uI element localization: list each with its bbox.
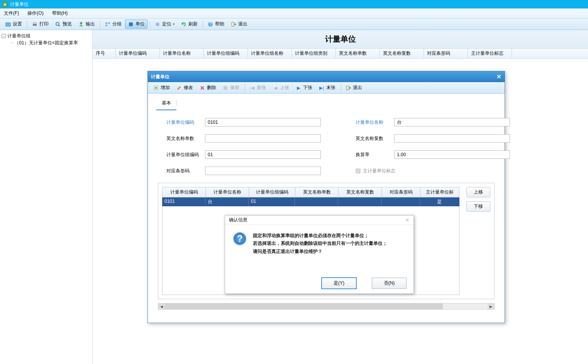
window-title: 计量单位 (10, 1, 29, 8)
yes-button[interactable]: 是(Y) (322, 278, 356, 289)
svg-rect-8 (105, 25, 107, 26)
code-label: 计量单位编码 (166, 119, 205, 126)
col-ens[interactable]: 英文名称单数 (336, 49, 380, 58)
scroll-thumb[interactable] (165, 303, 443, 309)
move-down-button[interactable]: 下移 (466, 201, 490, 212)
col-barcode[interactable]: 对应条形码 (424, 49, 468, 58)
enp-label: 英文名称复数 (356, 135, 394, 142)
svg-line-4 (59, 25, 60, 26)
app-icon: ▦ (2, 2, 8, 7)
preview-button[interactable]: 预览 (52, 20, 75, 29)
confirm-title: 确认信息 (229, 217, 247, 223)
locate-button[interactable]: 定位▾ (152, 20, 177, 29)
col-grpcode[interactable]: 计量单位组编码 (204, 49, 248, 58)
refresh-button[interactable]: 刷新 (178, 20, 200, 29)
first-button: |◀首张 (246, 83, 269, 92)
first-icon: |◀ (249, 85, 255, 91)
grid-header: 序号 计量单位编码 计量单位名称 计量单位组编码 计量单位组名称 计量单位组类别… (93, 49, 588, 59)
col-grptype[interactable]: 计量单位组类别 (292, 49, 336, 58)
confirm-message: 固定和浮动换算率组的计量单位必须存在两个计量单位； 若选择退出，系统则自动删除该… (253, 232, 387, 255)
tree-root[interactable]: − 计量单位组 (2, 32, 91, 40)
name-input[interactable] (394, 118, 510, 126)
save-icon (222, 85, 229, 91)
barcode-input[interactable] (205, 167, 321, 175)
code-input[interactable] (205, 118, 321, 126)
exit-button[interactable]: 退出 (228, 20, 250, 29)
collapse-icon[interactable]: − (2, 34, 6, 38)
pencil-icon (176, 85, 182, 91)
next-icon: ▶ (295, 85, 302, 91)
table-row[interactable]: 0101 台 01 是 (162, 197, 459, 206)
page-title: 计量单位 (93, 30, 588, 49)
save-button: 保存 (220, 83, 242, 92)
help-button[interactable]: ?帮助 (205, 20, 227, 29)
dialog-title: 计量单位 (151, 74, 169, 80)
dialog-toolbar: 增加 修改 删除 保存 |◀首张 ◀上张 ▶下张 ▶|末张 退出 (148, 82, 505, 94)
tree-pane: − 计量单位组 ┈ （01）无计量单位<固定换算率 (0, 30, 93, 364)
col-index[interactable]: 序号 (93, 49, 116, 58)
svg-rect-2 (34, 22, 36, 24)
col-grpname[interactable]: 计量单位组名称 (248, 49, 292, 58)
scroll-right-icon[interactable]: ▶ (488, 303, 494, 309)
delete-icon (199, 85, 205, 91)
refresh-icon (181, 21, 187, 27)
col-enp[interactable]: 英文名称复数 (380, 49, 424, 58)
dialog-exit-button[interactable]: 退出 (342, 83, 365, 92)
next-button[interactable]: ▶下张 (293, 83, 315, 92)
col-mainflag[interactable]: 主计量单位标志 (468, 49, 512, 58)
svg-rect-5 (80, 25, 83, 26)
mainflag-checkbox: 主计量单位标志 (356, 168, 510, 174)
window-titlebar: ▦ 计量单位 (0, 0, 588, 8)
close-icon[interactable]: ✕ (496, 73, 502, 80)
last-button[interactable]: ▶|末张 (316, 83, 338, 92)
tree-child[interactable]: ┈ （01）无计量单位<固定换算率 (2, 40, 91, 46)
no-button[interactable]: 否(N) (372, 278, 407, 289)
scroll-left-icon[interactable]: ◀ (158, 303, 165, 309)
preview-icon (55, 21, 61, 27)
enp-input[interactable] (394, 134, 510, 143)
col-code[interactable]: 计量单位编码 (116, 49, 160, 58)
rate-input[interactable] (394, 150, 510, 159)
settings-button[interactable]: 设置 (2, 20, 25, 29)
inner-grid-header: 计量单位编码 计量单位名称 计量单位组编码 英文名称单数 英文名称复数 对应条形… (162, 187, 459, 197)
svg-rect-9 (129, 22, 133, 26)
add-button[interactable]: 增加 (150, 83, 173, 92)
move-up-button[interactable]: 上移 (466, 187, 490, 197)
grpcode-input[interactable] (205, 150, 321, 159)
ens-input[interactable] (205, 134, 321, 143)
group-icon (105, 21, 111, 27)
group-button[interactable]: 分组 (102, 20, 124, 29)
svg-rect-17 (346, 86, 349, 90)
rate-label: 换算率 (356, 152, 394, 158)
dialog-titlebar[interactable]: 计量单位 ✕ (148, 71, 505, 82)
barcode-label: 对应条形码 (166, 168, 205, 174)
question-icon: ? (233, 232, 247, 246)
horizontal-scrollbar[interactable]: ◀ ▶ (158, 303, 495, 310)
menubar: 文件(F) 操作(O) 帮助(H) (0, 8, 588, 19)
exit-icon (345, 85, 351, 91)
svg-point-3 (56, 22, 59, 25)
unit-button[interactable]: 单位 (125, 20, 147, 29)
edit-button[interactable]: 修改 (173, 83, 196, 92)
menu-file[interactable]: 文件(F) (4, 10, 19, 17)
svg-rect-7 (108, 22, 110, 24)
side-buttons: 上移 下移 (466, 187, 490, 295)
exit-icon (230, 21, 237, 27)
svg-point-11 (157, 24, 158, 25)
menu-help[interactable]: 帮助(H) (52, 10, 68, 17)
export-icon (78, 21, 84, 27)
menu-operate[interactable]: 操作(O) (27, 10, 43, 17)
confirm-titlebar[interactable]: 确认信息 ✕ (225, 216, 413, 225)
delete-button[interactable]: 删除 (197, 83, 219, 92)
dropdown-icon: ▾ (173, 22, 175, 26)
svg-rect-6 (105, 22, 107, 24)
mainflag-check (356, 169, 361, 174)
col-name[interactable]: 计量单位名称 (160, 49, 204, 58)
export-button[interactable]: 输出 (75, 20, 98, 29)
ens-label: 英文名称单数 (166, 135, 205, 142)
add-icon (153, 85, 159, 91)
print-button[interactable]: 打印 (29, 20, 51, 29)
form-area: 计量单位编码 计量单位名称 英文名称单数 英文名称复数 计量单位组编码 换算率 … (155, 110, 498, 179)
close-icon[interactable]: ✕ (405, 217, 410, 223)
tab-basic[interactable]: 基本 (156, 98, 176, 110)
